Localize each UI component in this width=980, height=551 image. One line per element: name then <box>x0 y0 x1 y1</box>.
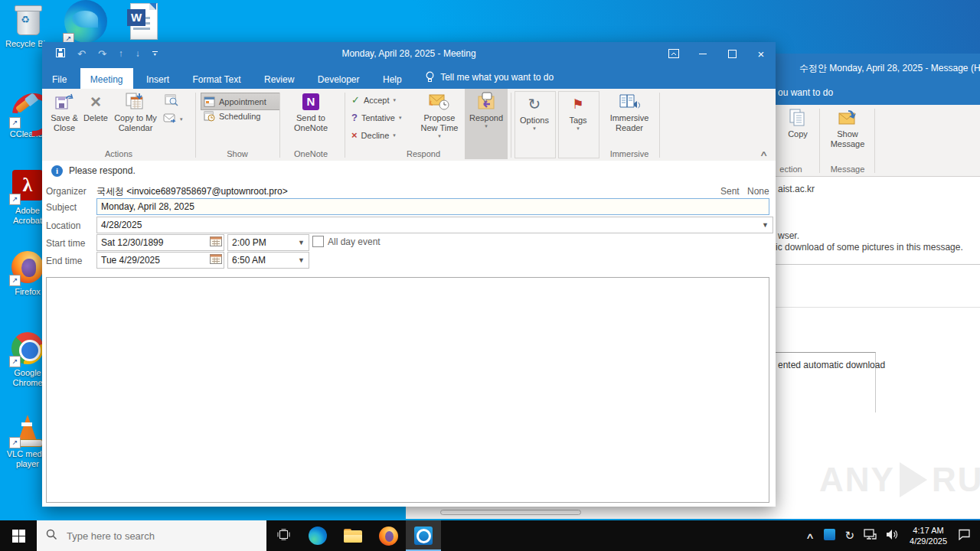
calendar-picker-icon[interactable] <box>210 236 224 249</box>
copy-button[interactable]: Copy <box>781 108 815 139</box>
scheduling-icon <box>204 111 215 122</box>
chevron-down-icon: ▾ <box>485 123 488 129</box>
clock-date: 4/29/2025 <box>910 536 947 546</box>
info-bar-text: Please respond. <box>69 165 136 176</box>
firefox-icon <box>379 527 398 546</box>
screen: ♻ Recycle Bin ↗ W ↗ CCleaner λ <box>0 0 980 551</box>
firefox-icon: ↗ <box>11 251 44 285</box>
calendar-picker-icon[interactable] <box>210 253 224 267</box>
copy-to-my-calendar-button[interactable]: Copy to My Calendar <box>111 92 160 133</box>
tab-format-text[interactable]: Format Text <box>182 68 250 92</box>
info-icon: i <box>51 165 63 177</box>
desktop-icon-word-doc[interactable]: W <box>119 3 165 40</box>
tags-button[interactable]: ⚑ Tags ▾ <box>560 94 596 131</box>
tab-meeting[interactable]: Meeting <box>80 68 133 92</box>
save-close-button[interactable]: Save & Close <box>48 92 80 133</box>
undo-icon[interactable]: ↶ <box>77 48 86 60</box>
start-time-combo[interactable]: 2:00 PM ▼ <box>227 234 309 251</box>
start-date-picker[interactable]: Sat 12/30/1899 <box>96 234 224 251</box>
chevron-down-icon[interactable]: ▼ <box>294 239 309 246</box>
shortcut-arrow: ↗ <box>9 275 21 286</box>
propose-new-time-button[interactable]: Propose New Time ▾ <box>416 92 463 139</box>
calendar-search-icon[interactable] <box>165 93 178 109</box>
location-label: Location <box>46 220 80 231</box>
tab-file[interactable]: File <box>42 68 77 92</box>
taskbar-search-box[interactable] <box>37 520 266 551</box>
respond-button[interactable]: Respond ▾ <box>465 89 508 159</box>
all-day-checkbox[interactable] <box>312 236 324 247</box>
message-text-fragment-1: wser. <box>778 230 799 241</box>
message-link-fragment[interactable]: aist.ac.kr <box>778 184 815 194</box>
show-message-button[interactable]: Show Message <box>825 108 870 149</box>
forward-menu-button[interactable]: ▾ <box>163 113 183 124</box>
tab-insert[interactable]: Insert <box>136 68 179 92</box>
tentative-button[interactable]: ? Tentative▾ <box>351 112 402 123</box>
taskbar-clock[interactable]: 4:17 AM 4/29/2025 <box>903 525 953 546</box>
tray-network-icon[interactable] <box>859 529 881 543</box>
group-label-actions: Actions <box>84 149 153 158</box>
ribbon-display-options-icon[interactable] <box>659 42 688 65</box>
appointment-button[interactable]: Appointment <box>201 93 280 110</box>
redo-icon[interactable]: ↷ <box>98 48 106 60</box>
tab-developer[interactable]: Developer <box>308 68 370 92</box>
sync-arrows-icon: ↻ <box>528 94 541 114</box>
tentative-question-icon: ? <box>351 112 358 123</box>
desktop-icon-edge[interactable]: ↗ <box>61 0 110 43</box>
envelope-forward-icon <box>163 113 177 124</box>
end-time-combo[interactable]: 6:50 AM ▼ <box>227 252 309 269</box>
up-arrow-icon[interactable]: ↑ <box>119 48 123 59</box>
copy-icon <box>789 108 806 128</box>
group-label-show: Show <box>214 149 260 158</box>
ribbon-tab-row: File Meeting Insert Format Text Review D… <box>42 65 776 89</box>
taskbar-edge-button[interactable] <box>300 520 335 551</box>
tray-sync-icon[interactable]: ↻ <box>840 529 859 543</box>
immersive-reader-button[interactable]: Immersive Reader <box>604 92 655 133</box>
customize-qat-icon[interactable]: ▾ <box>152 51 158 57</box>
action-center-icon[interactable] <box>953 529 980 543</box>
save-icon[interactable] <box>56 47 65 60</box>
group-label-respond: Respond <box>400 149 446 158</box>
clock-time: 4:17 AM <box>910 525 947 536</box>
subject-input[interactable] <box>96 198 769 215</box>
search-input[interactable] <box>65 530 237 543</box>
accept-button[interactable]: ✓ Accept▾ <box>351 94 396 106</box>
flag-icon: ⚑ <box>572 94 583 114</box>
task-view-icon <box>277 529 290 543</box>
background-content-edge <box>440 510 581 515</box>
decline-button[interactable]: × Decline▾ <box>351 129 396 141</box>
end-date-picker[interactable]: Tue 4/29/2025 <box>96 252 224 269</box>
chevron-down-icon[interactable]: ▼ <box>758 221 773 229</box>
divider <box>774 307 980 308</box>
start-button[interactable] <box>0 520 37 551</box>
tell-me-box[interactable]: Tell me what you want to do <box>415 65 564 89</box>
collapse-ribbon-chevron[interactable]: ∧ <box>759 149 768 158</box>
onenote-icon: N <box>302 92 319 112</box>
accept-check-icon: ✓ <box>351 94 360 106</box>
chevron-down-icon: ▾ <box>180 116 183 122</box>
location-combo[interactable]: 4/28/2025 ▼ <box>96 217 773 233</box>
system-tray: ∧ ↻ 4:17 AM 4/29/2025 <box>801 520 980 551</box>
taskbar-firefox-button[interactable] <box>371 520 406 551</box>
minimize-button[interactable] <box>688 42 717 65</box>
start-time-label: Start time <box>46 238 85 249</box>
ccleaner-icon: ↗ <box>11 93 44 127</box>
meeting-body-editor[interactable] <box>46 277 769 503</box>
tab-help[interactable]: Help <box>373 68 412 92</box>
info-bar: i Please respond. <box>42 161 776 181</box>
scheduling-button[interactable]: Scheduling <box>201 111 260 122</box>
maximize-button[interactable] <box>717 42 746 65</box>
task-view-button[interactable] <box>266 520 300 551</box>
down-arrow-icon[interactable]: ↓ <box>136 48 140 59</box>
close-button[interactable]: × <box>746 42 776 65</box>
taskbar-outlook-button[interactable] <box>406 520 441 551</box>
chevron-down-icon[interactable]: ▼ <box>294 256 309 264</box>
delete-button[interactable]: × Delete <box>82 92 109 123</box>
send-to-onenote-button[interactable]: N Send to OneNote <box>289 92 333 133</box>
tray-volume-icon[interactable] <box>881 529 903 543</box>
options-button[interactable]: ↻ Options ▾ <box>517 94 552 131</box>
shortcut-arrow: ↗ <box>9 437 21 448</box>
appointment-icon <box>204 96 215 107</box>
tray-chevron-up-icon[interactable]: ∧ <box>796 531 824 541</box>
tab-review[interactable]: Review <box>254 68 304 92</box>
taskbar-explorer-button[interactable] <box>335 520 371 551</box>
